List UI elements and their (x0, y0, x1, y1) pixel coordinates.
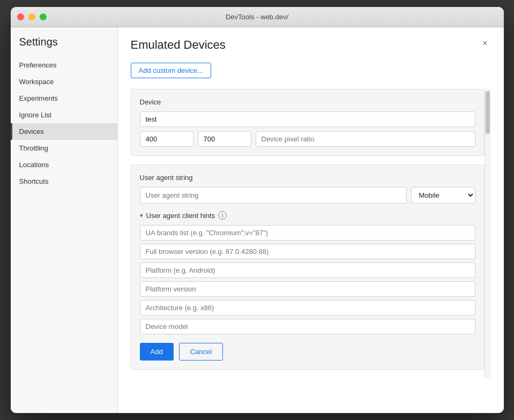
platform-version-input[interactable] (140, 281, 475, 297)
scrollbar[interactable] (485, 89, 491, 378)
sidebar-item-throttling[interactable]: Throttling (11, 140, 117, 156)
ua-brands-input[interactable] (140, 225, 475, 241)
sidebar-item-workspace[interactable]: Workspace (11, 73, 117, 90)
ua-string-section: User agent string Mobile Desktop Tablet (131, 164, 485, 370)
height-input[interactable] (198, 131, 251, 147)
sidebar-item-locations[interactable]: Locations (11, 156, 117, 173)
sidebar-item-preferences[interactable]: Preferences (11, 57, 117, 73)
client-hints-fields (140, 225, 475, 334)
sidebar-item-ignore-list[interactable]: Ignore List (11, 107, 117, 123)
settings-content: Settings Preferences Workspace Experimen… (11, 27, 504, 413)
device-section-label: Device (140, 98, 475, 106)
collapse-arrow-icon: ▾ (140, 212, 143, 219)
window-controls (17, 13, 47, 20)
sidebar-item-devices[interactable]: Devices (11, 123, 117, 140)
info-icon[interactable]: i (218, 211, 227, 220)
device-model-input[interactable] (140, 319, 475, 334)
client-hints-label: User agent client hints (146, 212, 215, 220)
titlebar: DevTools - web.dev/ (11, 7, 504, 27)
main-title: Emulated Devices (131, 38, 226, 52)
action-row: Add Cancel (140, 343, 475, 361)
platform-input[interactable] (140, 262, 475, 278)
ua-row: Mobile Desktop Tablet (140, 187, 475, 204)
cancel-button[interactable]: Cancel (179, 343, 223, 361)
devtools-window: DevTools - web.dev/ Settings Preferences… (11, 7, 504, 413)
architecture-input[interactable] (140, 300, 475, 316)
full-browser-version-input[interactable] (140, 244, 475, 259)
device-form-section: Device (131, 89, 485, 156)
dimensions-row (140, 131, 475, 147)
maximize-window-button[interactable] (40, 13, 47, 20)
main-header: Emulated Devices × (131, 38, 491, 52)
ua-string-label: User agent string (140, 174, 475, 182)
add-custom-device-button[interactable]: Add custom device... (131, 63, 212, 78)
main-panel: Emulated Devices × Add custom device... … (118, 27, 504, 413)
dpr-input[interactable] (256, 131, 475, 147)
client-hints-toggle[interactable]: ▾ User agent client hints i (140, 211, 475, 220)
sidebar-item-shortcuts[interactable]: Shortcuts (11, 173, 117, 190)
settings-title: Settings (11, 36, 117, 57)
sidebar-item-experiments[interactable]: Experiments (11, 90, 117, 107)
ua-string-input[interactable] (140, 187, 407, 204)
width-input[interactable] (140, 131, 193, 147)
ua-type-select[interactable]: Mobile Desktop Tablet (411, 187, 475, 204)
sidebar: Settings Preferences Workspace Experimen… (11, 27, 118, 413)
close-settings-button[interactable]: × (479, 38, 490, 49)
window-title: DevTools - web.dev/ (226, 13, 288, 21)
scroll-thumb (486, 91, 490, 134)
device-name-input[interactable] (140, 111, 475, 127)
close-window-button[interactable] (17, 13, 24, 20)
add-button[interactable]: Add (140, 343, 174, 361)
minimize-window-button[interactable] (28, 13, 35, 20)
